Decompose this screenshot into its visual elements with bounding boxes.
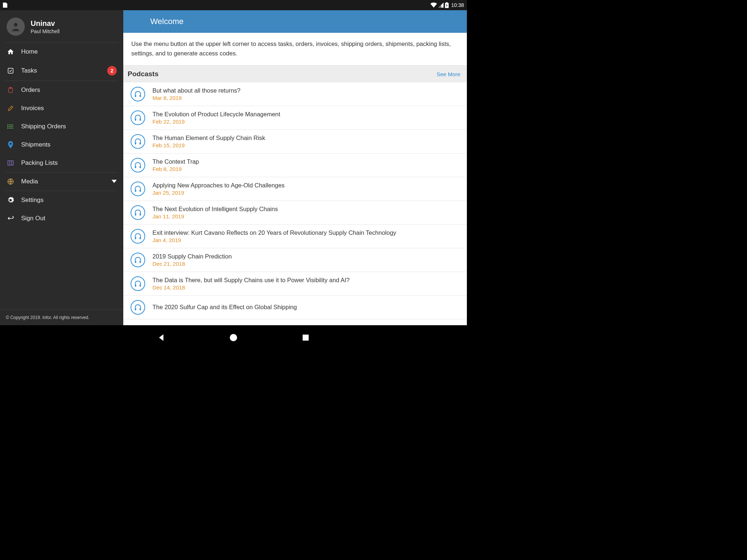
chevron-down-icon bbox=[112, 178, 117, 185]
sidebar-item-signout[interactable]: Sign Out bbox=[0, 209, 123, 228]
profile-block: Uninav Paul Mitchell bbox=[0, 10, 123, 42]
columns-icon bbox=[7, 159, 15, 167]
podcast-row[interactable]: The 2020 Sulfur Cap and its Effect on Gl… bbox=[123, 296, 467, 319]
sidebar-item-settings[interactable]: Settings bbox=[0, 191, 123, 209]
svg-point-37 bbox=[230, 334, 237, 341]
podcast-row[interactable]: The Evolution of Product Lifecycle Manag… bbox=[123, 106, 467, 130]
sidebar: Uninav Paul Mitchell Home Tasks 2 Orders… bbox=[0, 10, 123, 325]
copyright-text: © Copyright 2019. Infor. All rights rese… bbox=[0, 310, 123, 325]
podcast-date: Feb 8, 2019 bbox=[152, 166, 199, 172]
podcast-title: The Evolution of Product Lifecycle Manag… bbox=[152, 111, 280, 118]
svg-rect-3 bbox=[8, 68, 13, 73]
headphones-icon bbox=[131, 300, 145, 315]
svg-rect-28 bbox=[140, 213, 141, 215]
person-icon bbox=[10, 21, 21, 32]
svg-rect-19 bbox=[135, 118, 136, 121]
podcast-title: The Data is There, but will Supply Chain… bbox=[152, 277, 350, 284]
intro-text: Use the menu button at the upper left co… bbox=[123, 33, 467, 65]
sidebar-item-home[interactable]: Home bbox=[0, 43, 123, 61]
svg-point-2 bbox=[14, 23, 18, 27]
sidebar-item-packing-lists[interactable]: Packing Lists bbox=[0, 154, 123, 172]
svg-point-10 bbox=[8, 126, 8, 127]
sidebar-item-label: Media bbox=[21, 178, 112, 185]
podcasts-header: Podcasts See More bbox=[123, 65, 467, 82]
see-more-link[interactable]: See More bbox=[437, 71, 460, 77]
section-title: Podcasts bbox=[128, 70, 158, 78]
svg-point-11 bbox=[8, 128, 8, 129]
svg-rect-21 bbox=[135, 142, 136, 144]
svg-rect-31 bbox=[135, 261, 136, 263]
headphones-icon bbox=[131, 134, 145, 149]
svg-rect-32 bbox=[140, 261, 141, 263]
sidebar-item-media[interactable]: Media bbox=[0, 172, 123, 191]
page-header: Welcome bbox=[123, 10, 467, 33]
edit-icon bbox=[7, 104, 15, 112]
wifi-icon bbox=[430, 3, 437, 8]
headphones-icon bbox=[131, 229, 145, 244]
podcast-title: But what about all those returns? bbox=[152, 87, 240, 94]
app-title: Uninav bbox=[31, 19, 59, 28]
svg-rect-35 bbox=[135, 308, 136, 310]
podcast-date: Dec 14, 2018 bbox=[152, 284, 350, 291]
svg-rect-13 bbox=[8, 161, 13, 165]
headphones-icon bbox=[131, 205, 145, 220]
battery-charging-icon bbox=[445, 2, 449, 8]
user-name: Paul Mitchell bbox=[31, 28, 59, 34]
podcast-title: The Human Element of Supply Chain Risk bbox=[152, 135, 265, 141]
nav-recent-button[interactable] bbox=[301, 332, 311, 343]
sidebar-item-label: Orders bbox=[21, 86, 117, 94]
podcast-row[interactable]: But what about all those returns?Mar 8, … bbox=[123, 82, 467, 106]
svg-rect-36 bbox=[140, 308, 141, 310]
headphones-icon bbox=[131, 253, 145, 267]
headphones-icon bbox=[131, 182, 145, 196]
podcast-title: The Context Trap bbox=[152, 158, 199, 165]
sidebar-item-label: Invoices bbox=[21, 105, 117, 112]
svg-rect-33 bbox=[135, 284, 136, 287]
svg-rect-18 bbox=[140, 95, 141, 97]
clipboard-icon bbox=[7, 86, 15, 94]
podcast-row[interactable]: The Data is There, but will Supply Chain… bbox=[123, 272, 467, 296]
main-content: Welcome Use the menu button at the upper… bbox=[123, 10, 467, 325]
podcast-title: Exit interview: Kurt Cavano Reflects on … bbox=[152, 229, 396, 236]
podcast-row[interactable]: The Next Evolution of Intelligent Supply… bbox=[123, 201, 467, 225]
svg-rect-24 bbox=[140, 166, 141, 168]
podcast-date: Jan 4, 2019 bbox=[152, 237, 396, 243]
sidebar-item-label: Shipping Orders bbox=[21, 123, 117, 130]
podcast-row[interactable]: The Context TrapFeb 8, 2019 bbox=[123, 153, 467, 177]
sidebar-item-label: Packing Lists bbox=[21, 159, 117, 167]
sidebar-item-shipments[interactable]: Shipments bbox=[0, 136, 123, 154]
svg-rect-30 bbox=[140, 237, 141, 239]
podcast-date: Jan 25, 2019 bbox=[152, 190, 285, 196]
svg-rect-1 bbox=[446, 2, 448, 3]
sidebar-item-shipping-orders[interactable]: Shipping Orders bbox=[0, 117, 123, 136]
android-navbar bbox=[0, 325, 467, 350]
podcast-row[interactable]: 2019 Supply Chain PredictionDec 21, 2018 bbox=[123, 248, 467, 272]
podcast-row[interactable]: Exit interview: Kurt Cavano Reflects on … bbox=[123, 225, 467, 248]
status-time: 10:38 bbox=[451, 2, 464, 8]
podcast-title: Applying New Approaches to Age-Old Chall… bbox=[152, 182, 285, 189]
sidebar-item-label: Home bbox=[21, 48, 117, 55]
svg-rect-23 bbox=[135, 166, 136, 168]
podcast-title: The Next Evolution of Intelligent Supply… bbox=[152, 206, 278, 213]
sidebar-item-label: Settings bbox=[21, 197, 117, 204]
sidebar-item-tasks[interactable]: Tasks 2 bbox=[0, 61, 123, 81]
nav-home-button[interactable] bbox=[228, 332, 239, 343]
sidebar-item-invoices[interactable]: Invoices bbox=[0, 99, 123, 117]
podcast-row[interactable]: The Human Element of Supply Chain RiskFe… bbox=[123, 130, 467, 153]
headphones-icon bbox=[131, 110, 145, 125]
podcast-title: The 2020 Sulfur Cap and its Effect on Gl… bbox=[152, 304, 297, 311]
svg-rect-20 bbox=[140, 118, 141, 121]
podcast-date: Feb 22, 2019 bbox=[152, 118, 280, 125]
svg-rect-17 bbox=[135, 95, 136, 97]
svg-point-12 bbox=[9, 143, 11, 145]
podcast-row[interactable]: Applying New Approaches to Age-Old Chall… bbox=[123, 177, 467, 201]
svg-rect-26 bbox=[140, 190, 141, 192]
podcast-list[interactable]: But what about all those returns?Mar 8, … bbox=[123, 82, 467, 325]
sidebar-item-label: Tasks bbox=[21, 67, 107, 74]
podcast-date: Dec 21, 2018 bbox=[152, 261, 232, 267]
svg-rect-22 bbox=[140, 142, 141, 144]
globe-icon bbox=[7, 178, 15, 186]
headphones-icon bbox=[131, 276, 145, 291]
nav-back-button[interactable] bbox=[156, 332, 166, 343]
sidebar-item-orders[interactable]: Orders bbox=[0, 81, 123, 99]
